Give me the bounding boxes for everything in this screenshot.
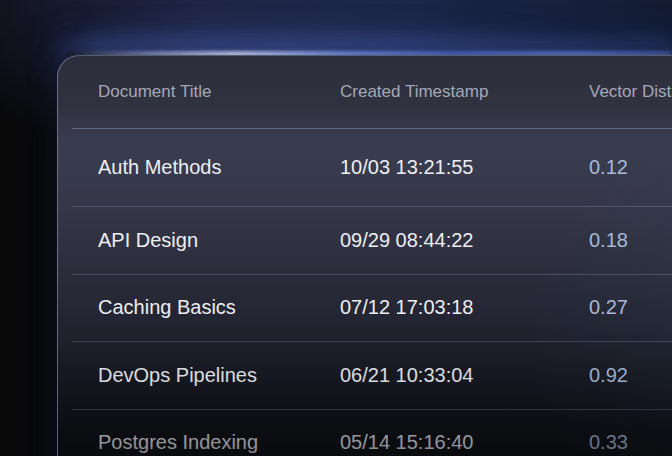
created-timestamp-cell: 10/03 13:21:55 <box>340 156 589 179</box>
vector-distance-cell: 0.27 <box>589 296 672 319</box>
document-title-cell: API Design <box>98 229 340 252</box>
column-header-created-timestamp: Created Timestamp <box>340 82 589 102</box>
column-header-vector-distance: Vector Distance <box>589 82 672 102</box>
vector-distance-cell: 0.12 <box>589 156 672 179</box>
table-row[interactable]: Caching Basics 07/12 17:03:18 0.27 <box>72 275 672 343</box>
vector-distance-cell: 0.92 <box>589 364 672 387</box>
created-timestamp-cell: 07/12 17:03:18 <box>340 296 589 319</box>
ambient-glow <box>90 16 650 58</box>
documents-table-panel: Document Title Created Timestamp Vector … <box>57 55 672 456</box>
table-row[interactable]: DevOps Pipelines 06/21 10:33:04 0.92 <box>72 342 672 410</box>
table-header-row: Document Title Created Timestamp Vector … <box>72 56 672 129</box>
scene: Document Title Created Timestamp Vector … <box>0 0 672 456</box>
created-timestamp-cell: 06/21 10:33:04 <box>340 364 589 387</box>
table-row[interactable]: API Design 09/29 08:44:22 0.18 <box>72 207 672 275</box>
vector-distance-cell: 0.18 <box>589 229 672 252</box>
created-timestamp-cell: 09/29 08:44:22 <box>340 229 589 252</box>
column-header-document-title: Document Title <box>98 82 340 102</box>
created-timestamp-cell: 05/14 15:16:40 <box>340 431 589 454</box>
table-row[interactable]: Auth Methods 10/03 13:21:55 0.12 <box>72 129 672 207</box>
table-row[interactable]: Postgres Indexing 05/14 15:16:40 0.33 <box>72 410 672 456</box>
document-title-cell: Postgres Indexing <box>98 431 340 454</box>
vector-distance-cell: 0.33 <box>589 431 672 454</box>
document-title-cell: Auth Methods <box>98 156 340 179</box>
document-title-cell: Caching Basics <box>98 296 340 319</box>
document-title-cell: DevOps Pipelines <box>98 364 340 387</box>
